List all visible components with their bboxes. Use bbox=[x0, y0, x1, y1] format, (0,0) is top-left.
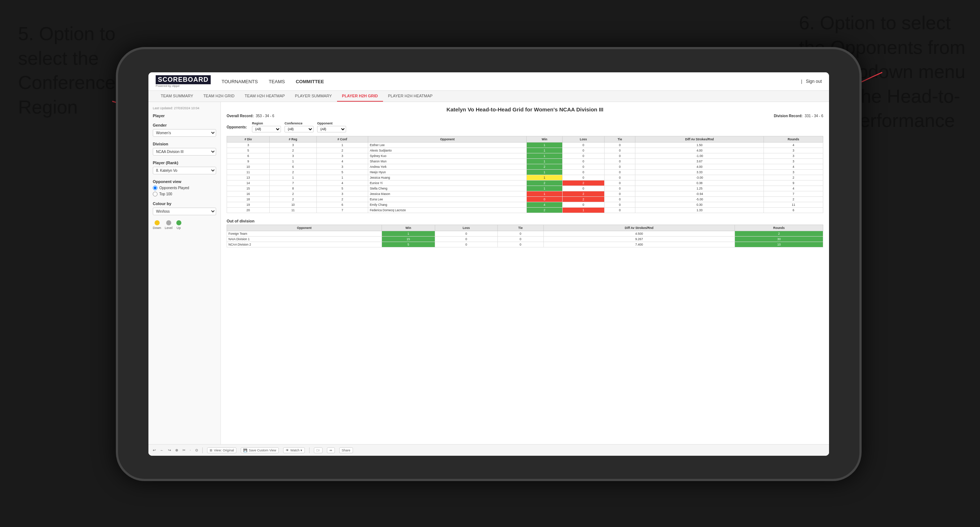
radio-top-100[interactable]: Top 100 bbox=[153, 192, 216, 197]
cell-opponent: Euna Lee bbox=[368, 197, 527, 202]
toolbar-undo[interactable]: ↩ bbox=[153, 448, 156, 452]
filter-opponent-select[interactable]: (All) bbox=[317, 126, 346, 132]
radio-opponents-played[interactable]: Opponents Played bbox=[153, 186, 216, 190]
cell-tie: 0 bbox=[604, 175, 635, 181]
cell-conf: 6 bbox=[317, 202, 368, 208]
legend-dot-up bbox=[176, 220, 181, 225]
view-original-label: View: Original bbox=[214, 449, 234, 452]
fullscreen-btn[interactable]: ⇔ bbox=[327, 448, 335, 453]
cell-win: 1 bbox=[527, 159, 563, 164]
sub-nav: TEAM SUMMARY TEAM H2H GRID TEAM H2H HEAT… bbox=[148, 91, 829, 102]
cell-diff: 1.25 bbox=[635, 186, 764, 191]
toolbar-dot: · bbox=[190, 448, 191, 452]
share-label: Share bbox=[342, 449, 350, 452]
sidebar-colour-section: Colour by Win/loss bbox=[153, 202, 216, 215]
table-row: 18 2 2 Euna Lee 0 2 0 -5.00 2 bbox=[227, 197, 823, 202]
table-row: 15 8 5 Stella Cheng 1 0 0 1.25 4 bbox=[227, 186, 823, 191]
cell-div: 19 bbox=[227, 202, 270, 208]
toolbar-separator-1 bbox=[202, 448, 203, 453]
cell-rounds: 9 bbox=[764, 181, 823, 186]
toolbar-add[interactable]: ⊕ bbox=[175, 448, 178, 452]
sidebar-player-rank-select[interactable]: 8. Katelyn Vo bbox=[153, 167, 216, 175]
table-row: 6 3 3 Sydney Kuo 1 0 0 -1.00 3 bbox=[227, 153, 823, 159]
toolbar-cut[interactable]: ✂ bbox=[183, 448, 185, 452]
ood-cell-diff: 7.400 bbox=[543, 242, 735, 248]
sidebar-updated: Last Updated: 27/03/2024 10:04 bbox=[153, 106, 216, 110]
sidebar-colour-label: Colour by bbox=[153, 202, 216, 206]
ood-cell-diff: 9.267 bbox=[543, 237, 735, 242]
view-original-btn[interactable]: ⊞ View: Original bbox=[207, 448, 236, 453]
cell-conf: 2 bbox=[317, 148, 368, 153]
sidebar-division-select[interactable]: NCAA Division III bbox=[153, 148, 216, 156]
nav-items: TOURNAMENTS TEAMS COMMITTEE bbox=[221, 78, 790, 86]
cell-div: 16 bbox=[227, 191, 270, 197]
nav-tournaments[interactable]: TOURNAMENTS bbox=[221, 78, 258, 86]
cell-tie: 0 bbox=[604, 159, 635, 164]
subnav-player-summary[interactable]: PLAYER SUMMARY bbox=[290, 91, 337, 102]
filter-conference-select[interactable]: (All) bbox=[285, 126, 313, 132]
cell-diff: 4.00 bbox=[635, 164, 764, 170]
data-area: Katelyn Vo Head-to-Head Grid for Women's… bbox=[221, 102, 829, 456]
subnav-team-summary[interactable]: TEAM SUMMARY bbox=[156, 91, 198, 102]
save-custom-view-btn[interactable]: 💾 Save Custom View bbox=[241, 448, 279, 453]
cell-opponent: Jessica Huang bbox=[368, 175, 527, 181]
sidebar-colour-select[interactable]: Win/loss bbox=[153, 208, 216, 215]
cell-reg: 10 bbox=[270, 202, 317, 208]
watch-label: Watch ▾ bbox=[290, 449, 302, 452]
layout-btn[interactable]: □↑ bbox=[314, 448, 323, 453]
sidebar-gender-select[interactable]: Women's bbox=[153, 129, 216, 137]
th-ood-win: Win bbox=[382, 225, 435, 231]
cell-loss: 0 bbox=[562, 164, 604, 170]
cell-diff: -0.94 bbox=[635, 191, 764, 197]
share-btn[interactable]: Share bbox=[339, 448, 353, 453]
overall-record: Overall Record: 353 - 34 - 6 bbox=[227, 114, 274, 118]
cell-reg: 8 bbox=[270, 186, 317, 191]
th-conf: # Conf bbox=[317, 137, 368, 143]
th-ood-rounds: Rounds bbox=[735, 225, 823, 231]
cell-tie: 0 bbox=[604, 208, 635, 213]
sidebar-legend: Down Level Up bbox=[153, 220, 216, 230]
cell-diff: -1.00 bbox=[635, 153, 764, 159]
cell-div: 11 bbox=[227, 170, 270, 175]
cell-loss: 2 bbox=[562, 181, 604, 186]
cell-conf: 3 bbox=[317, 164, 368, 170]
ood-cell-rounds: 30 bbox=[735, 237, 823, 242]
cell-tie: 0 bbox=[604, 170, 635, 175]
th-div: # Div bbox=[227, 137, 270, 143]
cell-conf: 7 bbox=[317, 208, 368, 213]
cell-opponent: Alexis Sudjianto bbox=[368, 148, 527, 153]
legend-label-level: Level bbox=[165, 226, 173, 230]
nav-committee[interactable]: COMMITTEE bbox=[296, 78, 324, 86]
cell-win: 1 bbox=[527, 170, 563, 175]
watch-btn[interactable]: 👁 Watch ▾ bbox=[283, 448, 305, 453]
toolbar-back[interactable]: ← bbox=[160, 448, 164, 452]
filter-region-select[interactable]: (All) bbox=[252, 126, 281, 132]
sign-out-link[interactable]: Sign out bbox=[806, 79, 822, 84]
sidebar-player-rank-label: Player (Rank) bbox=[153, 160, 216, 165]
cell-rounds: 4 bbox=[764, 186, 823, 191]
toolbar-time[interactable]: ⊙ bbox=[195, 448, 198, 452]
cell-reg: 3 bbox=[270, 153, 317, 159]
table-row: 13 1 1 Jessica Huang 1 0 0 -3.00 2 bbox=[227, 175, 823, 181]
cell-opponent: Stella Cheng bbox=[368, 186, 527, 191]
cell-rounds: 3 bbox=[764, 153, 823, 159]
th-tie: Tie bbox=[604, 137, 635, 143]
cell-loss: 0 bbox=[562, 148, 604, 153]
ood-table-row: Foreign Team 1 0 0 4.500 2 bbox=[227, 231, 823, 237]
subnav-player-h2h-heatmap[interactable]: PLAYER H2H HEATMAP bbox=[383, 91, 438, 102]
sidebar-player-rank-section: Player (Rank) 8. Katelyn Vo bbox=[153, 160, 216, 175]
cell-opponent: Federica Domecq Lacroze bbox=[368, 208, 527, 213]
cell-loss: 1 bbox=[562, 208, 604, 213]
toolbar-redo[interactable]: ↪ bbox=[168, 448, 171, 452]
cell-opponent: Jessica Mason bbox=[368, 191, 527, 197]
th-diff: Diff Av Strokes/Rnd bbox=[635, 137, 764, 143]
subnav-player-h2h-grid[interactable]: PLAYER H2H GRID bbox=[337, 91, 383, 102]
separator-icon: | bbox=[801, 79, 802, 84]
legend-level: Level bbox=[165, 220, 173, 230]
subnav-team-h2h-heatmap[interactable]: TEAM H2H HEATMAP bbox=[240, 91, 290, 102]
cell-diff: 0.30 bbox=[635, 202, 764, 208]
cell-win: 2 bbox=[527, 164, 563, 170]
th-opponent: Opponent bbox=[368, 137, 527, 143]
nav-teams[interactable]: TEAMS bbox=[269, 78, 285, 86]
subnav-team-h2h-grid[interactable]: TEAM H2H GRID bbox=[198, 91, 240, 102]
